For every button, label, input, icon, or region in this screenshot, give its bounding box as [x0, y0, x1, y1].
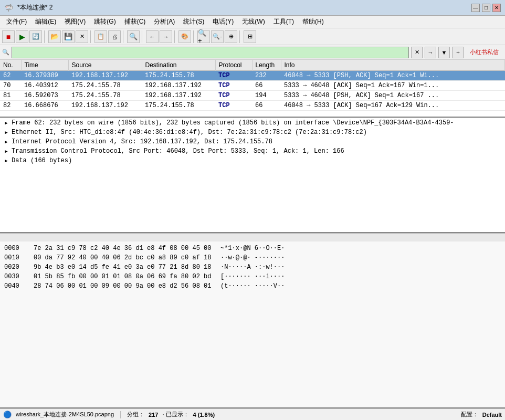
menu-edit[interactable]: 编辑(E)	[31, 16, 60, 27]
table-cell: 192.168.137.192	[142, 91, 215, 101]
reload-button[interactable]: 📋	[94, 30, 107, 43]
filter-bar: 🔍 ip.addr==192.168.137.192 and tcp.port …	[0, 45, 505, 60]
detail-text: Data (166 bytes)	[12, 157, 72, 164]
status-sep1	[120, 411, 121, 418]
hex-ascii: [······· ···i····	[220, 272, 285, 281]
menu-bar: 文件(F) 编辑(E) 视图(V) 跳转(G) 捕获(C) 分析(A) 统计(S…	[0, 16, 505, 28]
next-button[interactable]: →	[160, 30, 172, 43]
status-displayed-count: 4 (1.8%)	[193, 412, 215, 418]
table-row[interactable]: 8116.592073175.24.155.78192.168.137.192T…	[0, 91, 505, 101]
menu-stats[interactable]: 统计(S)	[179, 16, 208, 27]
hex-view: 00007e 2a 31 c9 78 c2 40 4e 36 d1 e8 4f …	[0, 242, 505, 408]
table-cell: 194	[252, 91, 281, 101]
zoom-reset-button[interactable]: ⊕	[225, 30, 237, 43]
hex-bytes: 00 da 77 92 40 00 40 06 2d bc c0 a8 89 c…	[34, 253, 212, 262]
col-destination[interactable]: Destination	[142, 60, 215, 71]
color-rules-button[interactable]: 🎨	[178, 30, 191, 43]
table-cell: 82	[0, 101, 21, 111]
status-profile-label: 配置：	[461, 411, 478, 418]
minimize-button[interactable]: —	[471, 4, 480, 12]
col-source[interactable]: Source	[68, 60, 142, 71]
prev-button[interactable]: ←	[146, 30, 159, 43]
table-cell: 70	[0, 81, 21, 91]
detail-row[interactable]: ▶Transmission Control Protocol, Src Port…	[0, 146, 505, 156]
table-row[interactable]: 7016.403912175.24.155.78192.168.137.192T…	[0, 81, 505, 91]
table-cell: TCP	[215, 101, 252, 111]
table-cell: 175.24.155.78	[142, 71, 215, 81]
expand-arrow: ▶	[3, 129, 9, 135]
h-scroll[interactable]	[0, 233, 505, 242]
status-profile-value: Default	[482, 412, 502, 418]
expand-arrow: ▶	[3, 139, 9, 145]
menu-analyze[interactable]: 分析(A)	[150, 16, 179, 27]
status-bar: 🔵 wireshark_本地连接-2M4SL50.pcapng 分组： 217 …	[0, 408, 505, 420]
window-title: *本地连接* 2	[17, 3, 52, 12]
expand-arrow: ▶	[3, 158, 9, 164]
stop-capture-button[interactable]: ■	[2, 30, 15, 43]
filter-clear-button[interactable]: ✕	[411, 47, 423, 58]
col-info[interactable]: Info	[281, 60, 505, 71]
app-icon: 🦈	[4, 4, 13, 12]
zoom-out-button[interactable]: 🔍-	[211, 30, 224, 43]
menu-wireless[interactable]: 无线(W)	[238, 16, 269, 27]
detail-row[interactable]: ▶Data (166 bytes)	[0, 156, 505, 165]
table-cell: 192.168.137.192	[68, 71, 142, 81]
col-length[interactable]: Length	[252, 60, 281, 71]
save-button[interactable]: 💾	[62, 30, 75, 43]
title-bar: 🦈 *本地连接* 2 — □ ✕	[0, 0, 505, 16]
detail-text: Ethernet II, Src: HTC_d1:e8:4f (40:4e:36…	[12, 129, 367, 136]
print-button[interactable]: 🖨	[108, 30, 121, 43]
expand-arrow: ▶	[3, 120, 9, 126]
menu-tools[interactable]: 工具(T)	[269, 16, 298, 27]
status-packets-count: 217	[149, 412, 158, 418]
restart-capture-button[interactable]: 🔄	[29, 30, 42, 43]
zoom-in-button[interactable]: 🔍+	[197, 30, 210, 43]
hex-bytes: 28 74 06 00 01 00 09 00 00 9a 00 e8 d2 5…	[34, 281, 212, 291]
menu-goto[interactable]: 跳转(G)	[90, 16, 120, 27]
table-cell: 192.168.137.192	[68, 101, 142, 111]
maximize-button[interactable]: □	[482, 4, 490, 12]
filter-apply-button[interactable]: →	[425, 47, 436, 58]
table-cell: 232	[252, 71, 281, 81]
filter-note: 小红书私信	[466, 48, 503, 56]
menu-view[interactable]: 视图(V)	[60, 16, 90, 27]
filter-bookmark-button[interactable]: ▼	[438, 47, 450, 58]
hex-bytes: 01 5b 85 fb 00 00 01 01 08 0a 06 69 fa 8…	[34, 272, 212, 281]
detail-row[interactable]: ▶Internet Protocol Version 4, Src: 192.1…	[0, 137, 505, 146]
table-cell: 175.24.155.78	[68, 91, 142, 101]
table-cell: 16.592073	[21, 91, 68, 101]
menu-file[interactable]: 文件(F)	[2, 16, 31, 27]
packet-list: No. Time Source Destination Protocol Len…	[0, 60, 505, 118]
table-row[interactable]: 6216.379389192.168.137.192175.24.155.78T…	[0, 71, 505, 81]
filter-label: 🔍	[2, 49, 9, 56]
detail-row[interactable]: ▶Frame 62: 232 bytes on wire (1856 bits)…	[0, 118, 505, 128]
close-button[interactable]: ✕	[492, 4, 501, 12]
hex-offset: 0030	[4, 272, 25, 281]
menu-capture[interactable]: 捕获(C)	[120, 16, 150, 27]
status-filename: wireshark_本地连接-2M4SL50.pcapng	[16, 411, 114, 418]
menu-help[interactable]: 帮助(H)	[298, 16, 328, 27]
hex-offset: 0000	[4, 244, 25, 253]
table-cell: 5333 → 46048 [PSH, ACK] Seq=1 Ack=167 ..…	[281, 91, 505, 101]
col-protocol[interactable]: Protocol	[215, 60, 252, 71]
toolbar: ■ ▶ 🔄 📂 💾 ✕ 📋 🖨 🔍 ← → 🎨 🔍+ 🔍- ⊕ ⊞	[0, 28, 505, 45]
hex-ascii: ·N·····A ·:·w!···	[220, 262, 285, 272]
hex-row: 001000 da 77 92 40 00 40 06 2d bc c0 a8 …	[4, 253, 501, 262]
table-cell: 16.379389	[21, 71, 68, 81]
status-icon: 🔵	[3, 411, 12, 418]
open-button[interactable]: 📂	[48, 30, 61, 43]
filter-input[interactable]: ip.addr==192.168.137.192 and tcp.port ==…	[12, 47, 409, 58]
close-file-button[interactable]: ✕	[76, 30, 88, 43]
find-button[interactable]: 🔍	[127, 30, 140, 43]
table-row[interactable]: 8216.668676192.168.137.192175.24.155.78T…	[0, 101, 505, 111]
detail-row[interactable]: ▶Ethernet II, Src: HTC_d1:e8:4f (40:4e:3…	[0, 128, 505, 137]
sep1	[44, 30, 46, 43]
resize-columns-button[interactable]: ⊞	[244, 30, 256, 43]
packet-detail: ▶Frame 62: 232 bytes on wire (1856 bits)…	[0, 118, 505, 233]
menu-phone[interactable]: 电话(Y)	[208, 16, 238, 27]
expand-arrow: ▶	[3, 148, 9, 154]
col-time[interactable]: Time	[21, 60, 68, 71]
filter-add-button[interactable]: ＋	[452, 47, 464, 58]
col-no[interactable]: No.	[0, 60, 21, 71]
start-capture-button[interactable]: ▶	[16, 30, 28, 43]
